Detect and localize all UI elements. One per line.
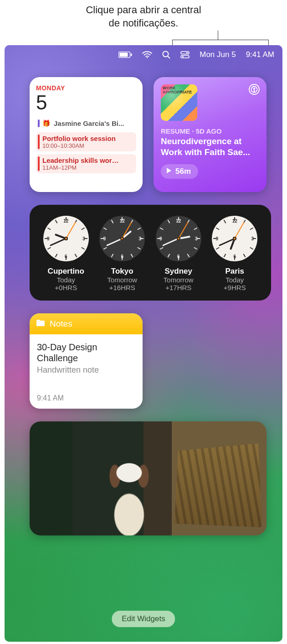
clock-city: Tokyo [95, 267, 149, 276]
clock-face: 12369 [156, 216, 201, 261]
svg-line-5 [168, 57, 170, 59]
battery-icon[interactable] [118, 52, 132, 58]
note-time: 9:41 AM [37, 394, 135, 402]
clock-face: 12369 [43, 216, 89, 261]
annotation-text: Clique para abrir a centralde notificaçõ… [0, 0, 287, 32]
folder-icon [36, 319, 45, 329]
calendar-event-row[interactable]: Leadership skills wor… 11AM–12PM [36, 154, 136, 173]
clock-item: 12369TokyoTomorrow+16HRS [95, 216, 149, 291]
podcast-artwork: WORK APPROPRIATE [161, 84, 197, 121]
svg-rect-8 [181, 56, 189, 58]
clock-face: 12369 [99, 216, 145, 261]
clock-offset: +16HRS [95, 284, 149, 291]
clock-city: Paris [208, 267, 261, 276]
podcasts-app-icon [248, 83, 260, 97]
calendar-day-number: 5 [36, 93, 136, 113]
note-title: 30-Day Design Challenge [37, 342, 135, 364]
annotation-callout [0, 32, 287, 45]
svg-point-4 [163, 52, 169, 57]
clock-city: Cupertino [39, 267, 93, 276]
notes-header: Notes [30, 313, 143, 334]
note-subtitle: Handwritten note [37, 365, 135, 375]
clock-city: Sydney [152, 267, 205, 276]
edit-widgets-button[interactable]: Edit Widgets [112, 611, 175, 627]
podcast-meta: RESUME · 5D AGO [161, 127, 259, 135]
calendar-event-row[interactable]: Portfolio work session 10:00–10:30AM [36, 132, 136, 151]
menubar-time[interactable]: 9:41 AM [246, 50, 274, 59]
svg-point-9 [182, 56, 184, 57]
calendar-day-name: MONDAY [36, 84, 136, 92]
wifi-icon[interactable] [142, 51, 152, 58]
clock-offset: +9HRS [208, 284, 261, 291]
clock-offset: +17HRS [152, 284, 205, 291]
calendar-birthday-row[interactable]: 🎁 Jasmine Garcia's Bi... [36, 117, 136, 130]
svg-point-3 [147, 57, 148, 58]
clock-day: Today [208, 276, 261, 284]
desktop: Mon Jun 5 9:41 AM MONDAY 5 🎁 Jasmine Gar… [5, 45, 282, 642]
svg-rect-6 [181, 52, 189, 54]
gift-icon: 🎁 [42, 119, 50, 127]
svg-point-7 [186, 52, 188, 53]
clock-item: 12369CupertinoToday+0HRS [39, 216, 93, 291]
photos-widget[interactable] [30, 421, 266, 535]
podcast-play-button[interactable]: 56m [161, 164, 198, 179]
clock-item: 12369ParisToday+9HRS [208, 216, 261, 291]
clock-day: Today [39, 276, 93, 284]
calendar-widget[interactable]: MONDAY 5 🎁 Jasmine Garcia's Bi... Portfo… [30, 77, 143, 192]
clock-day: Tomorrow [95, 276, 149, 284]
spotlight-icon[interactable] [162, 51, 170, 59]
menubar-date[interactable]: Mon Jun 5 [200, 50, 236, 59]
clock-day: Tomorrow [152, 276, 205, 284]
control-center-icon[interactable] [180, 51, 190, 58]
notes-widget[interactable]: Notes 30-Day Design Challenge Handwritte… [30, 313, 143, 409]
clock-item: 12369SydneyTomorrow+17HRS [152, 216, 205, 291]
world-clock-widget[interactable]: 12369CupertinoToday+0HRS12369TokyoTomorr… [30, 205, 271, 301]
svg-point-12 [253, 88, 256, 90]
clock-face: 12369 [212, 216, 257, 261]
podcast-title: Neurodivergence at Work with Faith Sae..… [161, 136, 259, 158]
menubar: Mon Jun 5 9:41 AM [5, 45, 282, 64]
podcast-widget[interactable]: WORK APPROPRIATE RESUME · 5D AGO Neurodi… [154, 77, 266, 192]
svg-rect-2 [131, 53, 132, 56]
clock-offset: +0HRS [39, 284, 93, 291]
play-icon [166, 167, 172, 176]
svg-rect-1 [120, 53, 128, 57]
